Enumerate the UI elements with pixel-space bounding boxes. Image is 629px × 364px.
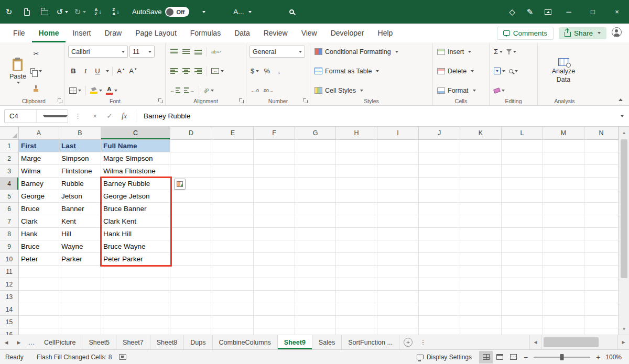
- cell-E15[interactable]: [212, 316, 254, 328]
- cell-H8[interactable]: [336, 228, 377, 240]
- row-header-6[interactable]: 6: [0, 203, 19, 215]
- cell-I16[interactable]: [377, 328, 419, 335]
- cell-H7[interactable]: [336, 215, 377, 228]
- scroll-left-icon[interactable]: ◀: [529, 335, 541, 349]
- cell-C2[interactable]: Marge Simpson: [101, 152, 170, 165]
- formula-input[interactable]: Barney Rubble: [140, 112, 615, 120]
- cell-L14[interactable]: [502, 303, 543, 316]
- sort-filter-button[interactable]: [505, 46, 517, 58]
- cell-B5[interactable]: Jetson: [59, 190, 101, 203]
- cell-F1[interactable]: [254, 140, 295, 152]
- cell-G9[interactable]: [295, 240, 336, 253]
- font-color-button[interactable]: A: [105, 85, 118, 96]
- cell-J7[interactable]: [419, 215, 460, 228]
- cell-J6[interactable]: [419, 203, 460, 215]
- cell-G3[interactable]: [295, 165, 336, 178]
- cell-F9[interactable]: [254, 240, 295, 253]
- column-header-N[interactable]: N: [584, 127, 619, 140]
- column-header-G[interactable]: G: [295, 127, 336, 140]
- paste-button[interactable]: Paste: [6, 45, 29, 97]
- column-header-E[interactable]: E: [212, 127, 254, 140]
- cell-B15[interactable]: [59, 316, 101, 328]
- cell-A13[interactable]: [19, 291, 59, 303]
- cell-I13[interactable]: [377, 291, 419, 303]
- cell-I14[interactable]: [377, 303, 419, 316]
- cell-F13[interactable]: [254, 291, 295, 303]
- cell-I6[interactable]: [377, 203, 419, 215]
- cell-N9[interactable]: [584, 240, 619, 253]
- column-header-J[interactable]: J: [419, 127, 460, 140]
- row-header-11[interactable]: 11: [0, 266, 19, 278]
- cell-F10[interactable]: [254, 253, 295, 266]
- document-name[interactable]: A...: [233, 8, 251, 16]
- cell-C5[interactable]: George Jetson: [101, 190, 170, 203]
- format-painter-button[interactable]: [29, 83, 43, 94]
- cell-J1[interactable]: [419, 140, 460, 152]
- page-layout-view-button[interactable]: [493, 351, 506, 363]
- row-header-16[interactable]: 16: [0, 328, 19, 335]
- cell-H9[interactable]: [336, 240, 377, 253]
- cell-L9[interactable]: [502, 240, 543, 253]
- cell-B10[interactable]: Parker: [59, 253, 101, 266]
- cell-K12[interactable]: [460, 278, 502, 291]
- account-button[interactable]: [612, 27, 622, 39]
- cell-H13[interactable]: [336, 291, 377, 303]
- undo-button[interactable]: ↺: [53, 0, 71, 24]
- sheet-tab-sheet8[interactable]: Sheet8: [150, 335, 185, 349]
- cell-B1[interactable]: Last: [59, 140, 101, 152]
- share-button[interactable]: Share: [559, 27, 606, 39]
- cell-F16[interactable]: [254, 328, 295, 335]
- enter-button[interactable]: ✓: [102, 109, 117, 123]
- row-header-14[interactable]: 14: [0, 303, 19, 316]
- cell-N5[interactable]: [584, 190, 619, 203]
- cell-styles-button[interactable]: Cell Styles: [313, 84, 429, 97]
- cell-F5[interactable]: [254, 190, 295, 203]
- cell-E12[interactable]: [212, 278, 254, 291]
- zoom-in-button[interactable]: +: [592, 353, 604, 361]
- cell-M10[interactable]: [543, 253, 584, 266]
- new-sheet-button[interactable]: +: [404, 338, 413, 347]
- cell-L1[interactable]: [502, 140, 543, 152]
- cell-G8[interactable]: [295, 228, 336, 240]
- cell-I5[interactable]: [377, 190, 419, 203]
- cell-M11[interactable]: [543, 266, 584, 278]
- cell-J11[interactable]: [419, 266, 460, 278]
- cell-D8[interactable]: [170, 228, 212, 240]
- copy-button[interactable]: [29, 65, 43, 77]
- cell-A12[interactable]: [19, 278, 59, 291]
- cell-I8[interactable]: [377, 228, 419, 240]
- cell-F12[interactable]: [254, 278, 295, 291]
- cell-G14[interactable]: [295, 303, 336, 316]
- cell-N12[interactable]: [584, 278, 619, 291]
- clipboard-dialog-launcher[interactable]: [58, 98, 62, 103]
- redo-button[interactable]: ↻: [71, 0, 89, 24]
- cell-N14[interactable]: [584, 303, 619, 316]
- gem-icon[interactable]: ◇: [503, 0, 521, 24]
- cell-C16[interactable]: [101, 328, 170, 335]
- cell-G16[interactable]: [295, 328, 336, 335]
- cell-L11[interactable]: [502, 266, 543, 278]
- cell-G2[interactable]: [295, 152, 336, 165]
- cell-I12[interactable]: [377, 278, 419, 291]
- cell-M12[interactable]: [543, 278, 584, 291]
- row-header-7[interactable]: 7: [0, 215, 19, 228]
- align-center-button[interactable]: [181, 65, 191, 77]
- cell-H2[interactable]: [336, 152, 377, 165]
- wrap-text-button[interactable]: ab↩: [210, 46, 222, 58]
- cell-C15[interactable]: [101, 316, 170, 328]
- cell-C14[interactable]: [101, 303, 170, 316]
- cell-B6[interactable]: Banner: [59, 203, 101, 215]
- cell-K9[interactable]: [460, 240, 502, 253]
- number-dialog-launcher[interactable]: [303, 98, 308, 103]
- cell-B11[interactable]: [59, 266, 101, 278]
- format-cells-button[interactable]: Format: [436, 84, 486, 97]
- cell-F14[interactable]: [254, 303, 295, 316]
- cell-N16[interactable]: [584, 328, 619, 335]
- cell-I3[interactable]: [377, 165, 419, 178]
- cell-M13[interactable]: [543, 291, 584, 303]
- cell-D13[interactable]: [170, 291, 212, 303]
- quick-access-dropdown-icon[interactable]: [194, 0, 212, 24]
- analyze-data-button[interactable]: Analyze Data: [541, 45, 586, 97]
- cell-G15[interactable]: [295, 316, 336, 328]
- cell-F8[interactable]: [254, 228, 295, 240]
